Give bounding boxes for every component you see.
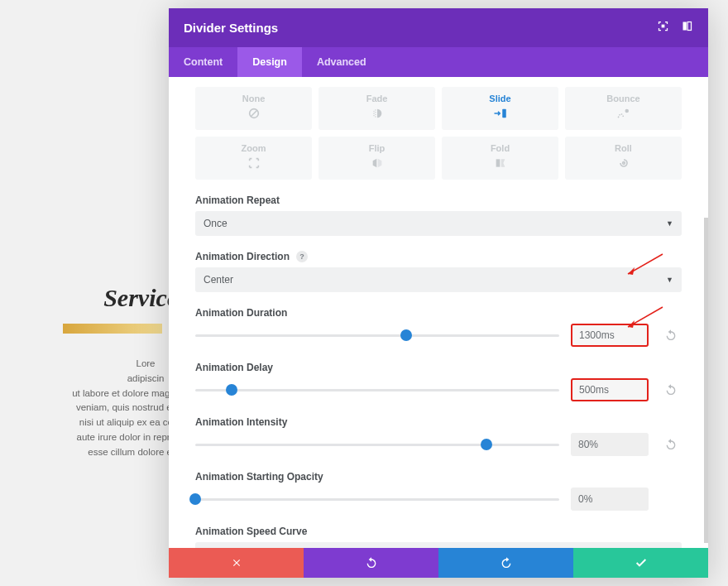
snap-icon[interactable] [681, 20, 693, 36]
roll-icon [617, 156, 630, 173]
chevron-down-icon: ▼ [666, 219, 673, 228]
save-button[interactable] [573, 548, 708, 578]
animation-intensity-slider[interactable] [195, 444, 559, 446]
divider-settings-modal: Divider Settings Content Design Advanced [169, 8, 708, 578]
animation-curve-label: Animation Speed Curve [195, 526, 682, 537]
bounce-icon [616, 107, 631, 123]
cancel-button[interactable] [169, 548, 304, 578]
svg-rect-16 [502, 109, 506, 118]
field-animation-intensity: Animation Intensity 80% [195, 416, 682, 456]
svg-rect-0 [662, 25, 665, 28]
slide-icon [493, 107, 508, 123]
tab-content[interactable]: Content [169, 47, 237, 77]
svg-point-13 [375, 112, 376, 113]
animation-delay-slider[interactable] [195, 389, 559, 391]
svg-point-9 [373, 111, 374, 112]
field-animation-repeat: Animation Repeat Once ▼ [195, 195, 682, 236]
animation-repeat-select[interactable]: Once ▼ [195, 211, 682, 236]
chevron-down-icon: ▼ [666, 276, 673, 284]
animation-opacity-input[interactable]: 0% [571, 488, 649, 511]
style-bounce[interactable]: Bounce [565, 87, 682, 130]
title-underline [63, 324, 162, 334]
tab-advanced[interactable]: Advanced [302, 47, 381, 77]
animation-opacity-label: Animation Starting Opacity [195, 471, 682, 483]
fade-icon [371, 107, 384, 123]
field-animation-duration: Animation Duration 1300ms [195, 307, 682, 347]
reset-duration-button[interactable] [660, 329, 682, 342]
svg-rect-2 [687, 22, 691, 31]
style-roll[interactable]: Roll [565, 137, 682, 180]
animation-direction-select[interactable]: Center ▼ [195, 267, 682, 292]
modal-title: Divider Settings [184, 21, 278, 35]
reset-delay-button[interactable] [660, 383, 682, 396]
animation-repeat-label: Animation Repeat [195, 195, 682, 206]
expand-icon[interactable] [657, 20, 669, 36]
animation-duration-input[interactable]: 1300ms [571, 324, 649, 347]
svg-point-17 [625, 110, 628, 113]
check-icon [635, 556, 648, 569]
none-icon [247, 107, 261, 123]
animation-duration-slider[interactable] [195, 334, 559, 337]
svg-point-10 [373, 113, 374, 113]
slider-thumb[interactable] [481, 439, 492, 450]
style-fold[interactable]: Fold [442, 137, 558, 180]
redo-button[interactable] [438, 548, 573, 578]
fold-icon [494, 156, 507, 173]
animation-style-grid: None Fade Slide Bounce [195, 87, 682, 180]
close-icon [231, 557, 242, 569]
modal-body: None Fade Slide Bounce [169, 77, 708, 548]
animation-direction-label: Animation Direction ? [195, 251, 682, 262]
animation-delay-label: Animation Delay [195, 362, 682, 373]
field-animation-curve: Animation Speed Curve Ease-In-Out ▼ [195, 526, 682, 548]
style-fade[interactable]: Fade [318, 87, 435, 130]
tabs: Content Design Advanced [169, 47, 708, 77]
animation-opacity-slider[interactable] [195, 498, 559, 501]
svg-rect-18 [496, 159, 500, 166]
animation-intensity-label: Animation Intensity [195, 416, 682, 428]
slider-thumb[interactable] [400, 329, 412, 341]
svg-rect-1 [683, 22, 687, 31]
redo-icon [500, 556, 513, 569]
flip-icon [371, 156, 384, 173]
undo-icon [365, 556, 378, 569]
slider-thumb[interactable] [226, 384, 237, 396]
animation-delay-input[interactable]: 500ms [571, 378, 649, 401]
tab-design[interactable]: Design [237, 47, 302, 77]
modal-header: Divider Settings [169, 8, 708, 47]
modal-footer [169, 548, 708, 578]
style-none[interactable]: None [195, 87, 312, 130]
undo-button[interactable] [304, 548, 438, 578]
svg-point-15 [375, 116, 376, 117]
svg-point-12 [375, 109, 376, 110]
style-flip[interactable]: Flip [318, 137, 435, 180]
svg-point-14 [375, 114, 376, 115]
reset-intensity-button[interactable] [660, 438, 682, 451]
field-animation-delay: Animation Delay 500ms [195, 362, 682, 401]
animation-curve-select[interactable]: Ease-In-Out ▼ [195, 542, 682, 548]
animation-duration-label: Animation Duration [195, 307, 682, 319]
field-animation-direction: Animation Direction ? Center ▼ [195, 251, 682, 292]
style-slide[interactable]: Slide [442, 87, 558, 130]
style-zoom[interactable]: Zoom [195, 137, 312, 180]
help-icon[interactable]: ? [296, 251, 308, 262]
slider-thumb[interactable] [189, 493, 201, 505]
animation-intensity-input[interactable]: 80% [571, 433, 649, 456]
svg-point-11 [373, 115, 374, 116]
svg-line-8 [251, 110, 257, 117]
field-animation-opacity: Animation Starting Opacity 0% [195, 471, 682, 511]
zoom-icon [247, 156, 261, 173]
